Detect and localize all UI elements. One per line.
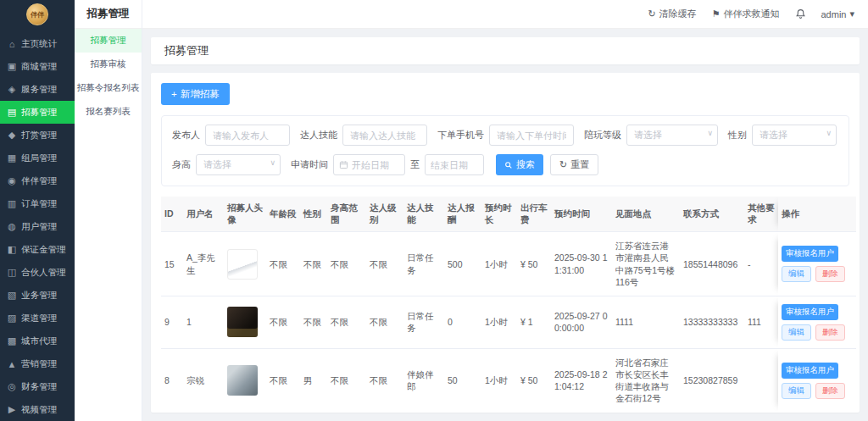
column-header-action: 操作 [778,197,856,232]
calendar-icon [339,160,348,169]
order-phone-input[interactable] [489,125,574,146]
app-window: 伴伴 ⌂主页统计 ▣商城管理 ◈服务管理 ▤招募管理 ◆打赏管理 ▦组局管理 ◉… [0,0,868,421]
cell-username: 宗锐 [183,348,224,413]
sidebar-item-users[interactable]: ◍用户管理 [0,215,75,238]
sidebar-item-label: 渠道管理 [21,313,57,324]
sidebar-item-label: 服务管理 [21,84,57,96]
edit-button[interactable]: 编辑 [782,383,811,399]
review-signup-users-button[interactable]: 审核报名用户 [782,304,838,320]
add-recruit-button[interactable]: + 新增招募 [161,83,230,105]
cell-location: 1111 [612,296,680,348]
order-phone-label: 下单手机号 [437,129,484,141]
chevron-down-icon: ∨ [270,158,275,167]
cell-location: 江苏省连云港市灌南县人民中路75号1号楼116号 [612,232,680,296]
sidebar-item-mall[interactable]: ▣商城管理 [0,55,75,78]
business-icon: ▧ [7,290,17,301]
cell-level: 不限 [366,296,403,348]
cell-location: 河北省石家庄市长安区长丰街道丰收路与金石街12号 [612,348,680,413]
recruit-icon: ▤ [7,107,17,118]
sidebar-item-business[interactable]: ▧业务管理 [0,284,75,307]
cooperators-icon: ◫ [7,267,17,278]
admin-dropdown[interactable]: admin ▾ [821,8,855,19]
publisher-label: 发布人 [172,129,200,141]
recruiter-avatar[interactable] [227,307,258,337]
play-level-placeholder: 请选择 [634,129,662,141]
notifications-button[interactable] [795,8,806,19]
finance-icon: ◎ [7,381,17,392]
delete-button[interactable]: 删除 [815,266,845,282]
submenu-item-signup-fee-list[interactable]: 报名赛列表 [75,100,142,124]
sidebar-menu: ⌂主页统计 ▣商城管理 ◈服务管理 ▤招募管理 ◆打赏管理 ▦组局管理 ◉伴伴管… [0,29,75,421]
cell-id: 8 [161,348,183,413]
sidebar-item-home[interactable]: ⌂主页统计 [0,32,75,55]
column-header-skill: 达人技能 [403,197,444,232]
add-recruit-label: 新增招募 [181,88,220,101]
sidebar-item-label: 用户管理 [21,221,57,233]
clear-cache-button[interactable]: ↻ 清除缓存 [648,8,696,20]
edit-button[interactable]: 编辑 [782,266,811,282]
gender-placeholder: 请选择 [760,129,787,141]
recruiter-avatar[interactable] [227,249,258,280]
cell-height: 不限 [327,232,366,296]
cell-username: 1 [183,296,224,348]
sidebar-item-cooperators[interactable]: ◫合伙人管理 [0,261,75,284]
sidebar-item-deposit[interactable]: ◧保证金管理 [0,238,75,261]
play-level-select[interactable]: 请选择 ∨ [626,125,718,146]
review-signup-users-button[interactable]: 审核报名用户 [782,363,838,379]
height-select[interactable]: 请选择 ∨ [196,154,281,175]
publisher-input[interactable] [205,125,290,146]
edit-button[interactable]: 编辑 [782,324,811,341]
cell-fare: ¥ 50 [517,232,551,296]
delete-button[interactable]: 删除 [815,324,845,341]
search-button[interactable]: 搜索 [496,154,543,175]
end-date-picker[interactable] [425,154,484,175]
sidebar-item-rewards[interactable]: ◆打赏管理 [0,124,75,147]
sidebar-item-groups[interactable]: ▦组局管理 [0,147,75,169]
sidebar-item-label: 组局管理 [21,152,57,164]
sidebar-item-label: 视频管理 [21,404,57,416]
sidebar-item-orders[interactable]: ▥订单管理 [0,192,75,215]
module-title: 招募管理 [75,0,142,29]
start-date-picker[interactable] [333,154,405,175]
sidebar-item-finance[interactable]: ◎财务管理 [0,375,75,398]
sidebar-item-label: 财务管理 [21,381,57,393]
sidebar-item-label: 营销管理 [21,358,57,370]
reset-button[interactable]: ↻ 重置 [550,154,598,175]
start-date-input[interactable] [352,160,399,170]
sidebar-item-banban[interactable]: ◉伴伴管理 [0,169,75,192]
submenu-item-recruit-review[interactable]: 招募审核 [75,53,142,76]
reset-label: 重置 [570,158,589,171]
review-signup-users-button[interactable]: 审核报名用户 [782,246,838,262]
sos-notice-button[interactable]: ⚑ 伴伴求救通知 [712,8,780,20]
sidebar-item-marketing[interactable]: ▲营销管理 [0,352,75,375]
cell-other: - [744,232,778,296]
skill-input[interactable] [342,125,427,146]
column-header-contact: 联系方式 [680,197,744,232]
chevron-down-icon: ∨ [826,129,832,137]
sidebar-item-services[interactable]: ◈服务管理 [0,78,75,101]
submenu-item-recruit-signup-list[interactable]: 招募令报名列表 [75,76,142,100]
sidebar-item-recruit[interactable]: ▤招募管理 [0,101,75,124]
gender-select[interactable]: 请选择 ∨ [752,125,837,146]
sidebar-item-channels[interactable]: ▨渠道管理 [0,307,75,330]
content-area: 招募管理 + 新增招募 发布人 达人技能 下单手机号 陪玩等级 [142,29,868,421]
submenu-item-recruit-manage[interactable]: 招募管理 [75,29,142,53]
app-logo[interactable]: 伴伴 [26,3,48,25]
sidebar-item-label: 商城管理 [21,61,57,73]
apply-time-label: 申请时间 [291,158,328,171]
main-sidebar: 伴伴 ⌂主页统计 ▣商城管理 ◈服务管理 ▤招募管理 ◆打赏管理 ▦组局管理 ◉… [0,0,75,421]
delete-button[interactable]: 删除 [815,383,845,399]
services-icon: ◈ [7,84,17,95]
end-date-input[interactable] [431,160,478,170]
sos-icon: ⚑ [712,8,721,19]
date-range-to-label: 至 [410,158,420,171]
logo-area: 伴伴 [0,0,75,29]
cell-age: 不限 [266,348,300,413]
deposit-icon: ◧ [7,244,17,255]
sidebar-item-city-agent[interactable]: ▩城市代理 [0,330,75,352]
recruiter-avatar[interactable] [227,365,258,396]
sidebar-item-video[interactable]: ▶视频管理 [0,398,75,421]
cell-duration: 1小时 [481,348,517,413]
column-header-username: 用户名 [183,197,224,232]
cell-level: 不限 [366,232,403,296]
